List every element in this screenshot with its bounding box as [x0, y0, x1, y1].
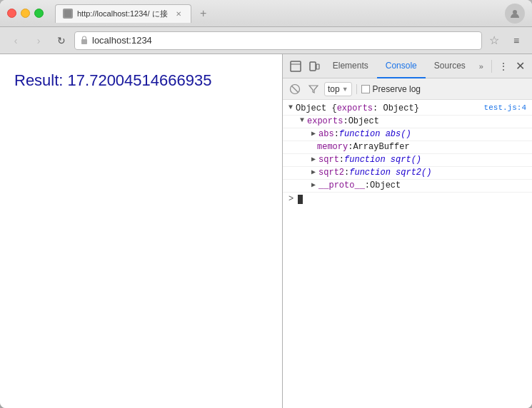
context-label: top [328, 84, 340, 94]
toolbar-divider [491, 60, 492, 73]
svg-rect-5 [310, 62, 316, 71]
expand-sqrt2-icon[interactable]: ▶ [311, 168, 316, 176]
address-text: localhost:1234 [92, 35, 476, 46]
svg-line-8 [292, 86, 298, 92]
main-area: Result: 17.72004514666935 Elements Conso… [0, 54, 532, 408]
title-bar: http://localhost:1234/ に接 ✕ + [0, 0, 532, 27]
tree-item-memory: memory: ArrayBuffer [283, 141, 532, 154]
console-input-area[interactable]: > [283, 193, 532, 205]
page-content: Result: 17.72004514666935 [0, 54, 282, 408]
reload-button[interactable]: ↻ [51, 31, 71, 51]
toolbar-separator [356, 84, 357, 94]
context-chevron-icon: ▼ [342, 86, 348, 93]
tab-sources[interactable]: Sources [426, 54, 474, 78]
console-output: ▼ Object {exports: Object} test.js:4 ▼ e… [283, 100, 532, 408]
browser-window: http://localhost:1234/ に接 ✕ + ‹ › ↻ loca… [0, 0, 532, 408]
user-avatar [505, 4, 525, 24]
tree-item-exports: ▼ exports: Object [283, 116, 532, 128]
nav-bar: ‹ › ↻ localhost:1234 ☆ ≡ [0, 27, 532, 54]
expand-abs-icon[interactable]: ▶ [311, 129, 316, 138]
svg-rect-3 [291, 61, 301, 71]
svg-rect-6 [316, 64, 319, 69]
menu-button[interactable]: ≡ [506, 31, 526, 51]
devtools-settings-button[interactable]: ⋮ [495, 56, 512, 76]
tree-item-sqrt: ▶ sqrt: function sqrt() [283, 154, 532, 167]
tree-item-sqrt2: ▶ sqrt2: function sqrt2() [283, 167, 532, 180]
result-text: Result: 17.72004514666935 [14, 71, 268, 90]
devtools-toolbar: Elements Console Sources » ⋮ ✕ [283, 54, 532, 78]
devtools-tabs: Elements Console Sources » [324, 54, 488, 78]
expand-exports-icon[interactable]: ▼ [300, 116, 304, 124]
preserve-log-checkbox[interactable] [361, 85, 370, 93]
traffic-lights [7, 9, 44, 18]
tab-area: http://localhost:1234/ に接 ✕ + [55, 4, 499, 23]
tree-item-abs: ▶ abs: function abs() [283, 128, 532, 141]
expand-proto-icon[interactable]: ▶ [311, 180, 316, 189]
source-link[interactable]: test.js:4 [478, 103, 526, 112]
tab-elements[interactable]: Elements [324, 54, 377, 78]
context-selector[interactable]: top ▼ [324, 82, 352, 96]
devtools-panel: Elements Console Sources » ⋮ ✕ [282, 54, 532, 408]
back-button[interactable]: ‹ [6, 31, 26, 51]
console-entry-text: Object {exports: Object} [296, 103, 419, 113]
maximize-button[interactable] [34, 9, 44, 18]
tree-item-proto: ▶ __proto__: Object [283, 180, 532, 193]
console-prompt-icon: > [288, 194, 293, 204]
expand-root-icon[interactable]: ▼ [288, 103, 293, 111]
preserve-log-option: Preserve log [361, 84, 421, 94]
tab-favicon [63, 9, 73, 19]
filter-icon [306, 81, 321, 97]
console-entry-root: ▼ Object {exports: Object} test.js:4 [283, 103, 532, 116]
forward-button[interactable]: › [29, 31, 49, 51]
device-toolbar-button[interactable] [306, 56, 323, 76]
new-tab-button[interactable]: + [194, 4, 213, 23]
more-tabs-button[interactable]: » [474, 56, 488, 76]
console-toolbar: top ▼ Preserve log [283, 78, 532, 100]
expand-sqrt-icon[interactable]: ▶ [311, 155, 316, 163]
svg-rect-0 [64, 10, 71, 17]
close-button[interactable] [7, 9, 16, 18]
preserve-log-label: Preserve log [373, 84, 421, 94]
svg-rect-2 [81, 39, 87, 44]
bookmark-button[interactable]: ☆ [485, 31, 503, 50]
tab-label: http://localhost:1234/ に接 [77, 9, 168, 19]
console-cursor [298, 195, 303, 204]
inspect-element-button[interactable] [287, 56, 304, 76]
tab-console[interactable]: Console [377, 54, 426, 78]
devtools-close-button[interactable]: ✕ [513, 58, 528, 75]
tab-close-button[interactable]: ✕ [174, 9, 184, 19]
clear-console-button[interactable] [287, 81, 303, 97]
address-bar[interactable]: localhost:1234 [74, 31, 482, 50]
address-lock-icon [81, 36, 88, 46]
active-tab[interactable]: http://localhost:1234/ に接 ✕ [55, 4, 191, 23]
minimize-button[interactable] [21, 9, 30, 18]
